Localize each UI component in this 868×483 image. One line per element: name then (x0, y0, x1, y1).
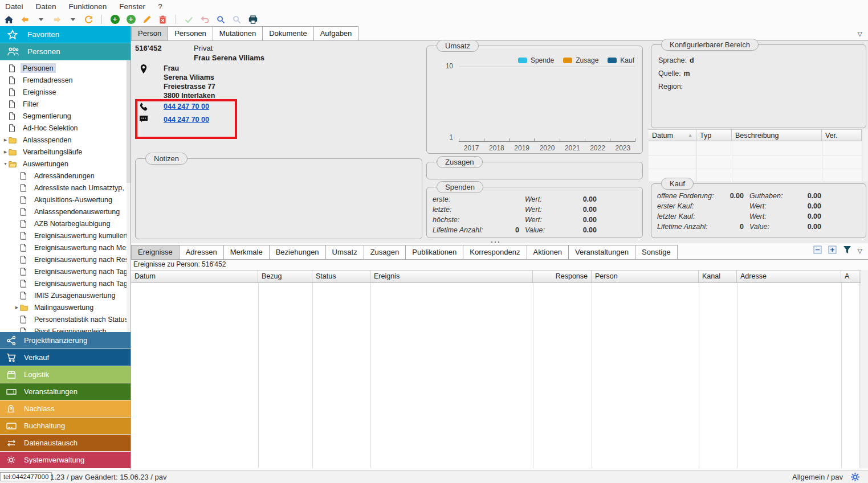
detail-tab-adressen[interactable]: Adressen (179, 245, 224, 259)
tab-personen[interactable]: Personen (168, 26, 213, 40)
back-icon[interactable] (19, 14, 30, 24)
tree-expander-icon[interactable]: ▶ (2, 150, 9, 154)
tree-item-segmentierung[interactable]: Segmentierung (0, 110, 131, 122)
tab-dokumente[interactable]: Dokumente (262, 26, 313, 40)
tree-item-fremdadressen[interactable]: Fremdadressen (0, 74, 131, 86)
detail-tab-veranstaltungen[interactable]: Veranstaltungen (568, 245, 635, 259)
tree-item-imis-zusagenauswertung[interactable]: IMIS Zusagenauswertung (0, 289, 131, 301)
edit-icon[interactable] (141, 14, 152, 24)
forward-menu-caret-icon[interactable] (67, 14, 78, 24)
search-icon[interactable] (215, 14, 226, 24)
module-verkauf[interactable]: Verkauf (0, 349, 131, 366)
column-header-ver[interactable]: Ver. (822, 130, 862, 141)
tab-person[interactable]: Person (131, 26, 168, 40)
sidebar-section-favoriten[interactable]: Favoriten (0, 26, 131, 43)
column-header-bezug[interactable]: Bezug (258, 271, 312, 283)
module-nachlass[interactable]: Nachlass (0, 400, 131, 417)
tab-overflow-dropdown-icon[interactable]: ▽ (858, 30, 862, 38)
events-table-scrollbar[interactable] (861, 270, 868, 468)
detail-overflow-dropdown-icon[interactable]: ▽ (858, 247, 862, 255)
column-header-ereignis[interactable]: Ereignis (370, 271, 533, 283)
detail-tab-korrespondenz[interactable]: Korrespondenz (463, 245, 527, 259)
tab-mutationen[interactable]: Mutationen (213, 26, 263, 40)
back-menu-caret-icon[interactable] (35, 14, 46, 24)
tree-item-pivot-ereignisvergleich[interactable]: Pivot Ereignisvergleich (0, 325, 131, 332)
tree-expander-icon[interactable]: ▶ (2, 138, 9, 142)
notes-groupbox[interactable]: Notizen (135, 158, 422, 239)
tree-item-adressliste-nach-umsatztyp-re[interactable]: Adressliste nach Umsatztyp, Re (0, 182, 131, 194)
tree-item-personen[interactable]: Personen (0, 62, 131, 74)
module-buchhaltung[interactable]: Buchhaltung (0, 417, 131, 434)
tree-item-ereignisauswertung-nach-merkr[interactable]: Ereignisauswertung nach Merkr (0, 242, 131, 253)
tree-item-auswertungen[interactable]: ▼Auswertungen (0, 158, 131, 170)
search-person-icon[interactable] (231, 14, 242, 24)
events-table-header: DatumBezugStatusEreignisResponsePersonKa… (131, 270, 868, 283)
column-header-datum[interactable]: Datum▲ (649, 130, 696, 141)
detail-tab-publikationen[interactable]: Publikationen (405, 245, 463, 259)
column-header-status[interactable]: Status (312, 271, 370, 283)
pane-splitter-handle[interactable] (491, 242, 499, 243)
tree-expander-icon[interactable]: ▶ (14, 305, 20, 310)
column-header-datum[interactable]: Datum (131, 271, 258, 283)
detail-tab-aktionen[interactable]: Aktionen (527, 245, 569, 259)
tree-item-ereignisauswertung-kumuliert-n[interactable]: Ereignisauswertung kumuliert n (0, 230, 131, 242)
tree-item-ereignisauswertung-nach-resp[interactable]: Ereignisauswertung nach Resp (0, 253, 131, 265)
collapse-rows-icon[interactable] (813, 245, 822, 256)
detail-tab-sonstige[interactable]: Sonstige (635, 245, 678, 259)
column-header-typ[interactable]: Typ (696, 130, 732, 141)
duplicate-record-icon[interactable]: + (125, 14, 136, 24)
confirm-icon[interactable] (184, 14, 194, 24)
print-icon[interactable] (247, 14, 258, 24)
column-header-adresse[interactable]: Adresse (737, 271, 841, 283)
detail-tab-zusagen[interactable]: Zusagen (364, 245, 406, 259)
menu-item-daten[interactable]: Daten (36, 2, 56, 11)
module-logistik[interactable]: Logistik (0, 366, 131, 383)
tree-item-adressänderungen[interactable]: Adressänderungen (0, 170, 131, 182)
tree-scrollbar[interactable] (127, 60, 131, 332)
tree-item-anlassspenden[interactable]: ▶Anlassspenden (0, 134, 131, 146)
menu-item-datei[interactable]: Datei (5, 2, 23, 11)
tree-item-personenstatistik-nach-status[interactable]: Personenstatistik nach Status (0, 313, 131, 325)
module-projektfinanzierung[interactable]: Projektfinanzierung (0, 332, 131, 349)
menu-item-[interactable]: ? (158, 2, 162, 11)
tree-item-azb-notarbeglaubigung[interactable]: AZB Notarbeglaubigung (0, 218, 131, 230)
filter-icon[interactable] (843, 245, 851, 256)
detail-tab-beziehungen[interactable]: Beziehungen (269, 245, 326, 259)
tree-item-ad-hoc-selektion[interactable]: Ad-Hoc Selektion (0, 122, 131, 134)
tree-expander-icon[interactable]: ▼ (2, 162, 9, 166)
tree-item-akquisitions-auswertung[interactable]: Akquisitions-Auswertung (0, 194, 131, 206)
detail-tab-merkmale[interactable]: Merkmale (223, 245, 270, 259)
column-header-a[interactable]: A (841, 271, 859, 283)
add-record-icon[interactable]: + (109, 14, 120, 24)
column-header-kanal[interactable]: Kanal (699, 271, 737, 283)
detail-caption: Ereignisse zu Person: 516'452 (133, 260, 226, 268)
column-header-person[interactable]: Person (592, 271, 699, 283)
column-header-response[interactable]: Response (533, 271, 592, 283)
tree-item-anlassspendenauswertung[interactable]: Anlassspendenauswertung (0, 206, 131, 218)
tree-item-mailingauswertung[interactable]: ▶Mailingauswertung (0, 301, 131, 313)
refresh-icon[interactable] (83, 14, 94, 24)
history-table-scrollbar[interactable] (862, 129, 868, 181)
tree-item-ereignisauswertung-nach-tager[interactable]: Ereignisauswertung nach Tager (0, 265, 131, 277)
tree-item-verarbeitungsläufe[interactable]: ▶Verarbeitungsläufe (0, 146, 131, 158)
settings-gear-icon[interactable] (850, 472, 860, 482)
forward-icon[interactable] (51, 14, 62, 24)
module-veranstaltungen[interactable]: Veranstaltungen (0, 383, 131, 400)
tree-item-ereignisse[interactable]: Ereignisse (0, 86, 131, 98)
menu-item-fenster[interactable]: Fenster (119, 2, 145, 11)
delete-icon[interactable] (157, 14, 168, 24)
module-datenaustausch[interactable]: Datenaustausch (0, 435, 131, 451)
detail-tab-umsatz[interactable]: Umsatz (325, 245, 364, 259)
expand-rows-icon[interactable] (828, 245, 837, 256)
tree-item-ereignisauswertung-nach-tager[interactable]: Ereignisauswertung nach Tager (0, 277, 131, 289)
tab-aufgaben[interactable]: Aufgaben (313, 26, 359, 40)
menu-item-funktionen[interactable]: Funktionen (69, 2, 107, 11)
home-icon[interactable] (3, 14, 14, 24)
column-header-beschreibung[interactable]: Beschreibung (732, 130, 822, 141)
sidebar-section-personen[interactable]: Personen (0, 43, 131, 60)
detail-tab-ereignisse[interactable]: Ereignisse (131, 245, 180, 259)
tree-item-filter[interactable]: Filter (0, 98, 131, 110)
module-systemverwaltung[interactable]: Systemverwaltung (0, 452, 131, 468)
undo-icon[interactable] (199, 14, 210, 24)
configurable-area-groupbox: Konfigurierbarer Bereich Sprache:dQuelle… (651, 44, 866, 128)
